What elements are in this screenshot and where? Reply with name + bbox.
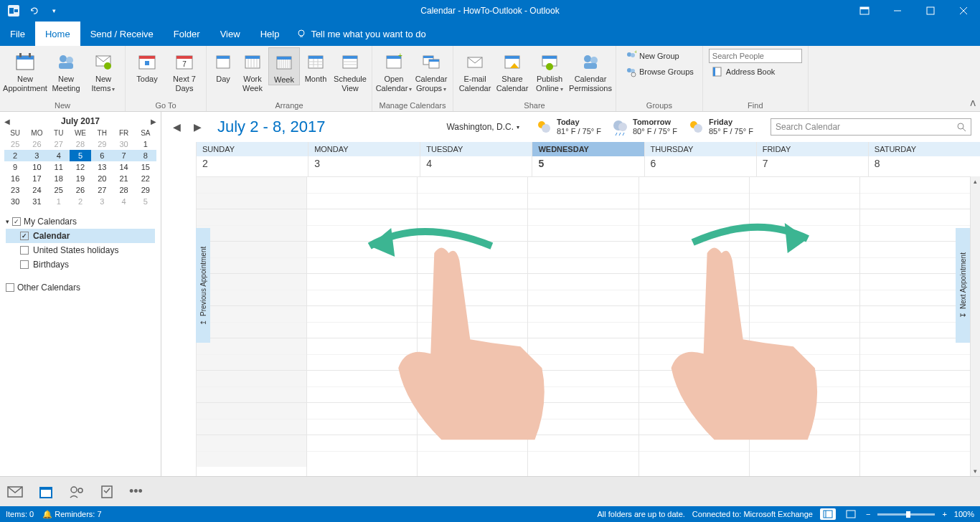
my-calendars-group[interactable]: ▾✓My Calendars xyxy=(6,214,155,229)
checkbox-icon[interactable] xyxy=(6,283,14,292)
mini-cal-day[interactable]: 2 xyxy=(70,196,91,207)
prev-week-icon[interactable]: ◀ xyxy=(170,121,184,133)
prev-month-icon[interactable]: ◀ xyxy=(4,118,10,125)
view-reading-icon[interactable] xyxy=(843,508,859,520)
mini-cal-day[interactable]: 16 xyxy=(4,173,26,184)
checkbox-icon[interactable] xyxy=(20,260,29,269)
mini-cal-day[interactable]: 2 xyxy=(4,150,26,161)
qat-undo-icon[interactable] xyxy=(26,3,42,19)
mini-cal-day[interactable]: 17 xyxy=(26,173,47,184)
zoom-out-icon[interactable]: − xyxy=(866,510,870,518)
mini-cal-day[interactable]: 23 xyxy=(4,184,26,196)
mini-cal-day[interactable]: 13 xyxy=(91,161,113,173)
schedule-view-button[interactable]: Schedule View xyxy=(331,47,369,93)
mini-cal-day[interactable]: 22 xyxy=(135,173,156,184)
mini-cal-day[interactable]: 30 xyxy=(4,196,26,207)
today-button[interactable]: Today xyxy=(128,47,166,84)
zoom-slider[interactable] xyxy=(877,513,935,516)
mini-cal-day[interactable]: 4 xyxy=(48,150,70,161)
next-month-icon[interactable]: ▶ xyxy=(151,118,156,125)
day-header[interactable]: THURSDAY6 xyxy=(644,142,756,176)
day-header[interactable]: TUESDAY4 xyxy=(420,142,532,176)
day-header[interactable]: SUNDAY2 xyxy=(196,142,308,176)
next-7-days-button[interactable]: 7Next 7 Days xyxy=(166,47,203,93)
open-calendar-button[interactable]: +Open Calendar▾ xyxy=(375,47,413,93)
checkbox-icon[interactable]: ✓ xyxy=(12,217,21,226)
nav-calendar-icon[interactable] xyxy=(39,485,53,499)
search-people-input[interactable] xyxy=(709,49,802,63)
day-column[interactable] xyxy=(417,176,527,476)
mini-cal-day[interactable]: 5 xyxy=(135,196,156,207)
mini-cal-day[interactable]: 27 xyxy=(91,184,113,196)
calendar-permissions-button[interactable]: Calendar Permissions xyxy=(568,47,613,93)
nav-mail-icon[interactable] xyxy=(7,485,23,498)
email-calendar-button[interactable]: E-mail Calendar xyxy=(456,47,494,93)
mini-cal-day[interactable]: 25 xyxy=(4,138,26,150)
next-week-icon[interactable]: ▶ xyxy=(191,121,204,133)
mini-cal-day[interactable]: 30 xyxy=(113,138,134,150)
browse-groups-button[interactable]: Browse Groups xyxy=(622,65,697,79)
tab-view[interactable]: View xyxy=(210,22,250,46)
calendar-groups-button[interactable]: Calendar Groups▾ xyxy=(413,47,450,93)
mini-cal-day[interactable]: 27 xyxy=(48,138,70,150)
mini-cal-day[interactable]: 20 xyxy=(91,173,113,184)
qat-outlook-icon[interactable] xyxy=(6,3,22,19)
zoom-in-icon[interactable]: + xyxy=(942,510,946,518)
tab-file[interactable]: File xyxy=(0,22,35,46)
maximize-button[interactable] xyxy=(914,0,947,22)
mini-cal-day[interactable]: 1 xyxy=(135,138,156,150)
previous-appointment-tab[interactable]: ↤Previous Appointment xyxy=(196,228,210,343)
day-header[interactable]: WEDNESDAY5 xyxy=(532,142,644,176)
mini-cal-day[interactable]: 3 xyxy=(26,150,47,161)
day-column[interactable] xyxy=(639,176,749,476)
mini-cal-month[interactable]: July 2017 xyxy=(61,116,100,126)
mini-cal-day[interactable]: 31 xyxy=(26,196,47,207)
tell-me-search[interactable]: Tell me what you want to do xyxy=(289,22,433,46)
sidebar-calendar-item[interactable]: Birthdays xyxy=(6,257,155,272)
collapse-ribbon-icon[interactable]: ʌ xyxy=(970,97,976,108)
day-column[interactable] xyxy=(749,176,859,476)
mini-cal-day[interactable]: 25 xyxy=(48,184,70,196)
day-column[interactable] xyxy=(859,176,970,476)
sidebar-calendar-item[interactable]: ✓Calendar xyxy=(6,229,155,243)
nav-people-icon[interactable] xyxy=(69,485,85,498)
new-meeting-button[interactable]: New Meeting xyxy=(47,47,85,93)
publish-online-button[interactable]: Publish Online▾ xyxy=(531,47,568,93)
mini-cal-day[interactable]: 24 xyxy=(26,184,47,196)
nav-tasks-icon[interactable] xyxy=(100,485,113,499)
mini-cal-day[interactable]: 28 xyxy=(70,138,91,150)
tab-send-receive[interactable]: Send / Receive xyxy=(80,22,164,46)
view-normal-icon[interactable] xyxy=(820,508,836,520)
day-column[interactable] xyxy=(306,176,417,476)
mini-cal-day[interactable]: 21 xyxy=(113,173,134,184)
share-calendar-button[interactable]: Share Calendar xyxy=(494,47,531,93)
month-view-button[interactable]: Month xyxy=(300,47,331,84)
day-header[interactable]: FRIDAY7 xyxy=(756,142,868,176)
checkbox-icon[interactable] xyxy=(20,246,29,255)
new-appointment-button[interactable]: New Appointment xyxy=(3,47,47,93)
close-button[interactable] xyxy=(947,0,980,22)
mini-cal-day[interactable]: 9 xyxy=(4,161,26,173)
mini-cal-day[interactable]: 8 xyxy=(135,150,156,161)
week-view-button[interactable]: Week xyxy=(268,47,300,85)
sidebar-calendar-item[interactable]: United States holidays xyxy=(6,243,155,257)
tab-home[interactable]: Home xyxy=(35,22,80,46)
minimize-button[interactable] xyxy=(881,0,914,22)
mini-cal-day[interactable]: 11 xyxy=(48,161,70,173)
day-view-button[interactable]: Day xyxy=(209,47,237,84)
mini-cal-day[interactable]: 14 xyxy=(113,161,134,173)
mini-cal-day[interactable]: 7 xyxy=(113,150,134,161)
new-group-button[interactable]: +New Group xyxy=(622,49,697,63)
day-column[interactable] xyxy=(527,176,638,476)
day-header[interactable]: MONDAY3 xyxy=(308,142,420,176)
mini-cal-day[interactable]: 6 xyxy=(91,150,113,161)
next-appointment-tab[interactable]: ↦Next Appointment xyxy=(956,228,970,343)
mini-cal-day[interactable]: 1 xyxy=(48,196,70,207)
work-week-button[interactable]: Work Week xyxy=(237,47,268,93)
tab-folder[interactable]: Folder xyxy=(164,22,210,46)
ribbon-display-icon[interactable] xyxy=(848,0,881,22)
mini-cal-day[interactable]: 28 xyxy=(113,184,134,196)
checkbox-icon[interactable]: ✓ xyxy=(20,232,29,240)
mini-cal-day[interactable]: 5 xyxy=(70,150,91,161)
tab-help[interactable]: Help xyxy=(250,22,290,46)
